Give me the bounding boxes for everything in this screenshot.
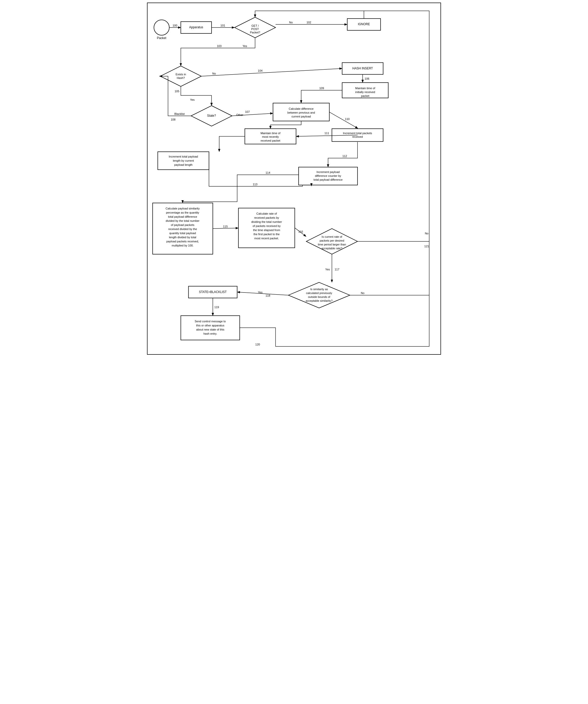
send-ctrl-l1: Send control message to bbox=[195, 320, 226, 323]
label-121: 121 bbox=[424, 245, 429, 248]
is-rate-l1: Is current rate of bbox=[322, 235, 343, 238]
label-105: 105 bbox=[175, 90, 179, 93]
label-114: 114 bbox=[266, 171, 270, 174]
edge-existshash-hashinsert bbox=[201, 69, 342, 76]
edge-existshash-state bbox=[181, 86, 212, 105]
calc-diff-label2: between previous and bbox=[287, 111, 315, 114]
label-109: 109 bbox=[319, 86, 324, 90]
label-other-107: Other bbox=[236, 113, 243, 116]
state-blacklist-label: STATE=BLACKLIST bbox=[199, 290, 227, 294]
calc-sim-l4: divided by the total number bbox=[166, 219, 200, 222]
is-sim-l2: calculated previously bbox=[306, 291, 332, 295]
maintain-initial-label1: Maintain time of bbox=[355, 86, 375, 90]
exists-hash-label: Exists in bbox=[176, 73, 186, 76]
edge-calcdiff-incpkts bbox=[330, 112, 358, 128]
calc-sim-l2: percentage as the quantity bbox=[166, 211, 199, 214]
maintain-recent-label1: Maintain time of bbox=[260, 132, 281, 135]
maintain-recent-label3: received packet bbox=[260, 139, 280, 142]
label-113: 113 bbox=[253, 183, 257, 186]
flowchart-diagram: Packet Apparatus GET / POST Packet? IGNO… bbox=[147, 3, 441, 355]
calc-sim-l10: multiplied by 100. bbox=[172, 244, 193, 247]
calc-sim-l6: received divided by the bbox=[168, 228, 197, 231]
is-sim-l3: outside bounds of bbox=[308, 295, 330, 298]
edge-ignore-loop bbox=[255, 11, 364, 18]
label-yes-103: Yes bbox=[243, 45, 247, 48]
label-yes-117: Yes bbox=[326, 268, 330, 271]
increment-payload-len-label2: length by current bbox=[173, 159, 194, 162]
label-102: 102 bbox=[307, 21, 311, 24]
increment-packets-label1: Increment total packets bbox=[343, 132, 372, 135]
label-118: 118 bbox=[266, 294, 270, 297]
label-no-sim: No bbox=[361, 291, 364, 295]
maintain-initial-label3: packet bbox=[361, 94, 369, 98]
increment-payload-len-label1: Increment total payload bbox=[169, 155, 198, 158]
packet-label: Packet bbox=[157, 36, 167, 40]
label-yes-105: Yes bbox=[190, 98, 194, 101]
exists-hash-label2: Hash? bbox=[177, 76, 185, 79]
calc-sim-l5: of payload packets bbox=[171, 223, 194, 226]
is-sim-l1: Is similarity as bbox=[310, 288, 328, 291]
label-yes-118: Yes bbox=[258, 291, 262, 294]
label-no-121: No bbox=[425, 232, 428, 235]
calc-rate-l3: dividing the total number bbox=[251, 220, 282, 223]
maintain-recent-label2: most recently bbox=[262, 135, 279, 138]
calc-diff-label1: Calculate difference bbox=[289, 107, 314, 110]
send-ctrl-l4: hash entry. bbox=[203, 332, 217, 335]
calc-sim-l9: payload packets received, bbox=[166, 240, 199, 243]
label-101: 101 bbox=[221, 24, 225, 27]
hash-insert-label: HASH INSERT bbox=[352, 67, 373, 70]
label-111: 111 bbox=[324, 132, 329, 135]
calc-sim-l7: quantity total payload bbox=[169, 232, 196, 235]
increment-diff-counter-label3: total payload difference bbox=[313, 178, 343, 181]
increment-diff-counter-label2: difference counter by bbox=[315, 174, 341, 177]
send-ctrl-l2: this or other apparatus bbox=[196, 324, 224, 327]
packet-node bbox=[154, 20, 169, 35]
label-115: 115 bbox=[223, 225, 228, 228]
label-104: 104 bbox=[258, 69, 262, 72]
label-116: 116 bbox=[298, 230, 303, 233]
calc-diff-label3: current payload bbox=[291, 115, 311, 118]
label-100: 100 bbox=[172, 24, 177, 27]
get-post-label3: Packet? bbox=[250, 31, 260, 34]
edge-issimoutside-statebl bbox=[238, 292, 288, 295]
is-rate-l4: acceptable rate? bbox=[321, 247, 342, 250]
calc-rate-l4: of packets received by bbox=[253, 224, 281, 228]
apparatus-label: Apparatus bbox=[189, 25, 203, 29]
edge-maintaininit-calcdiff bbox=[301, 90, 342, 103]
calc-rate-l2: received packets by bbox=[254, 216, 279, 219]
label-107: 107 bbox=[245, 110, 249, 113]
label-108: 108 bbox=[171, 118, 176, 121]
label-no-102: No bbox=[289, 21, 293, 24]
edge-incpaylen-incdiffctr bbox=[209, 170, 311, 186]
calc-rate-l5: the time elapsed from bbox=[253, 229, 280, 232]
increment-packets-label2: received bbox=[352, 135, 363, 138]
label-120: 120 bbox=[255, 343, 260, 346]
ignore-label: IGNORE bbox=[358, 22, 370, 26]
edge-maintainrecent-incpaylen bbox=[219, 136, 245, 152]
label-112: 112 bbox=[342, 155, 347, 158]
calc-rate-l6: the first packet to the bbox=[254, 233, 280, 236]
send-ctrl-l3: about new state of this bbox=[196, 328, 224, 331]
label-117: 117 bbox=[335, 268, 339, 271]
label-blacklist-108: Blacklist bbox=[174, 112, 184, 115]
is-rate-l2: packets per desired bbox=[320, 239, 344, 242]
calc-rate-l7: most recent packet. bbox=[254, 237, 279, 240]
edge-incdiffctr-calcsim bbox=[183, 175, 299, 202]
edge-getpost-existshash bbox=[181, 38, 255, 66]
is-sim-l4: acceptable similarity? bbox=[305, 299, 333, 302]
label-106: 106 bbox=[365, 77, 369, 80]
increment-diff-counter-label1: Increment payload bbox=[316, 170, 340, 174]
get-post-label: GET / bbox=[251, 24, 259, 27]
calc-sim-l1: Calculate payload similarity bbox=[166, 207, 200, 210]
label-no-104: No bbox=[212, 72, 216, 75]
state-label: State? bbox=[207, 114, 216, 117]
label-103: 103 bbox=[217, 45, 222, 48]
calc-rate-l1: Calculate rate of bbox=[256, 212, 277, 215]
get-post-label2: POST bbox=[251, 27, 259, 31]
label-110: 110 bbox=[345, 117, 350, 121]
edge-calcdiff-maintainrecent bbox=[270, 121, 301, 128]
edge-calcsim-calcrate bbox=[213, 228, 238, 229]
increment-payload-len-label3: payload length bbox=[174, 163, 192, 166]
maintain-initial-label2: initially received bbox=[355, 91, 375, 94]
label-119: 119 bbox=[214, 306, 219, 309]
